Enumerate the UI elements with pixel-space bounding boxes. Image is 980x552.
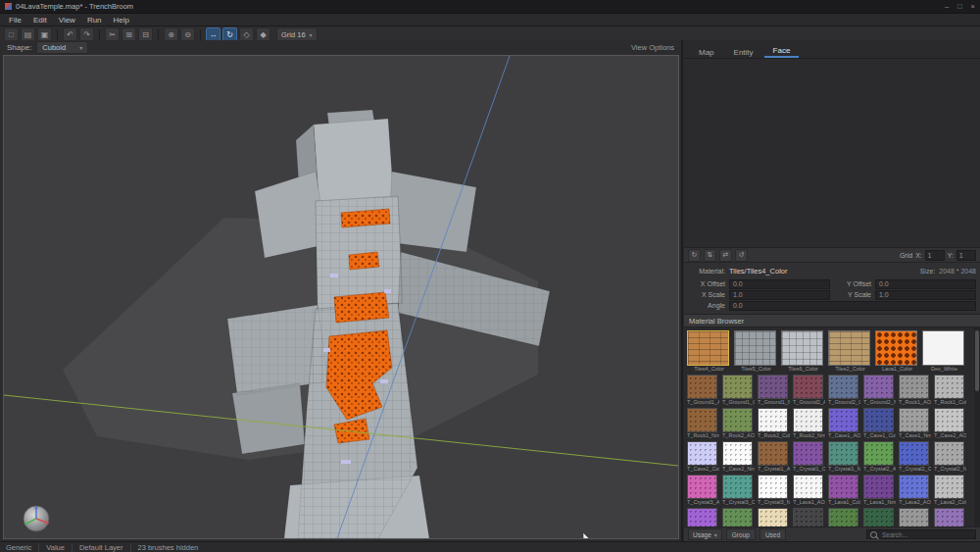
material-tile[interactable]: T_Cave1_Color <box>863 408 896 439</box>
material-tile[interactable]: T_Rock2_Nrm <box>793 408 825 439</box>
material-tile[interactable]: Tiles5_Color <box>734 330 778 373</box>
material-tile[interactable]: T_Crystal2_AO <box>863 441 896 473</box>
used-toggle[interactable]: Used <box>760 528 786 540</box>
material-tile[interactable]: T_Moss2_AO <box>828 508 860 527</box>
x-offset-label: X Offset <box>688 280 725 287</box>
material-tile[interactable]: T_Cave2_Color <box>687 441 719 473</box>
material-swatch <box>781 330 823 366</box>
close-button[interactable]: × <box>971 2 975 11</box>
material-tile[interactable]: T_Crystal2_Nrm <box>934 441 966 473</box>
material-tile[interactable]: T_Lava2_Color <box>934 475 966 506</box>
group-toggle[interactable]: Group <box>726 528 756 540</box>
view-options-button[interactable]: View Options <box>631 43 674 52</box>
orientation-gizmo[interactable] <box>24 506 49 531</box>
material-tile[interactable]: Tiles2_Color <box>828 330 872 373</box>
material-tile[interactable]: T_Lava1_AO <box>793 475 825 506</box>
material-swatch <box>828 408 858 432</box>
material-tile[interactable]: T_Ground1_Nrm <box>758 375 790 406</box>
uv-flip-v-icon[interactable]: ⇅ <box>704 249 716 262</box>
material-swatch <box>828 330 870 366</box>
material-tile[interactable]: T_Rock2_AO <box>722 408 755 439</box>
maximize-button[interactable]: □ <box>957 2 962 11</box>
shape-dropdown[interactable]: Cuboid ▾ <box>36 41 88 54</box>
material-tile[interactable]: T_Ground1_Color <box>722 375 755 406</box>
material-swatch <box>722 441 753 466</box>
material-tile[interactable]: T_Crystal1_Nrm <box>828 441 860 473</box>
tab-face[interactable]: Face <box>764 44 800 58</box>
attr-row: X Offset0.0Y Offset0.0 <box>688 278 976 289</box>
menu-run[interactable]: Run <box>81 16 108 25</box>
material-tile-label: T_Rock2_Nrm <box>793 432 825 439</box>
material-tile[interactable]: T_Tiles1_AO <box>934 508 966 527</box>
uv-reset-icon[interactable]: ↺ <box>735 249 748 262</box>
material-swatch <box>899 441 929 466</box>
material-tile[interactable]: T_Crystal1_AO <box>758 441 790 473</box>
tab-entity[interactable]: Entity <box>725 46 762 58</box>
material-swatch <box>863 475 894 499</box>
material-tile[interactable]: T_Crystal3_Nrm <box>758 475 790 506</box>
material-tile[interactable]: T_Ground2_AO <box>793 375 825 406</box>
size-value: 2048 * 2048 <box>939 268 976 275</box>
material-tile[interactable]: T_Moss2_Nrm <box>899 508 931 527</box>
material-tile[interactable]: T_Moss1_Color <box>758 508 790 527</box>
material-tile[interactable]: T_Crystal2_Color <box>899 441 931 473</box>
material-tile[interactable]: T_Cave1_AO <box>828 408 860 439</box>
menu-help[interactable]: Help <box>108 16 135 25</box>
material-tile[interactable]: T_Moss1_AO <box>722 508 755 527</box>
tab-map[interactable]: Map <box>690 46 723 58</box>
material-tile[interactable]: Lava1_Color <box>875 330 919 373</box>
viewport-canvas[interactable] <box>4 56 678 538</box>
material-tile[interactable]: T_Crystal3_AO <box>687 475 719 506</box>
material-tile-label: T_Lava1_AO <box>793 499 825 506</box>
uv-grid-y-input[interactable]: 1 <box>956 250 976 261</box>
grid-size-dropdown[interactable]: Grid 16▾ <box>276 27 318 41</box>
size-label: Size: <box>920 268 936 275</box>
uv-grid-x-input[interactable]: 1 <box>925 250 945 261</box>
left-column: Shape: Cuboid ▾ View Options <box>0 40 681 541</box>
material-tile[interactable]: T_Ground1_AO <box>687 375 719 406</box>
material-tile-label: T_Cave1_Nrm <box>899 432 931 439</box>
scrollbar-thumb[interactable] <box>975 330 979 391</box>
material-tile[interactable]: T_Lava1_Color <box>828 475 860 506</box>
material-tile[interactable]: T_Rock2_Color <box>758 408 790 439</box>
material-tile[interactable]: T_Lava2_AO <box>899 475 931 506</box>
material-tile[interactable]: T_Cave2_AO <box>934 408 966 439</box>
material-search[interactable] <box>866 529 976 539</box>
angle-field[interactable]: 0.0 <box>729 301 976 311</box>
y-offset-field[interactable]: 0.0 <box>875 279 976 289</box>
material-tile[interactable]: T_Crystal3_Color <box>722 475 755 506</box>
menu-file[interactable]: File <box>3 16 27 25</box>
material-tile[interactable]: T_Lava1_Nrm <box>863 475 896 506</box>
x-offset-field[interactable]: 0.0 <box>729 279 830 289</box>
material-tile[interactable]: Tiles4_Color <box>687 330 731 373</box>
uv-flip-h-icon[interactable]: ⇄ <box>719 249 732 262</box>
material-tile[interactable]: T_Ground2_Nrm <box>863 375 896 406</box>
material-browser-scrollbar[interactable] <box>974 327 980 527</box>
material-tile[interactable]: T_Crystal1_Color <box>793 441 825 473</box>
shape-dropdown-value: Cuboid <box>42 43 66 52</box>
y-scale-field[interactable]: 1.0 <box>875 290 976 300</box>
material-tile[interactable]: T_Ground2_Color <box>828 375 860 406</box>
3d-viewport[interactable] <box>3 55 679 539</box>
menu-edit[interactable]: Edit <box>27 16 53 25</box>
featured-material-row: Tiles4_ColorTiles5_ColorTiles6_ColorTile… <box>687 330 972 373</box>
usage-dropdown[interactable]: Usage ▾ <box>688 528 722 540</box>
material-tile[interactable]: T_Rock1_AO <box>899 375 931 406</box>
material-tile[interactable]: T_Rock1_Color <box>934 375 966 406</box>
minimize-button[interactable]: – <box>945 2 949 11</box>
material-search-input[interactable] <box>880 530 972 539</box>
material-tile[interactable]: T_Cave1_Nrm <box>899 408 931 439</box>
material-tile[interactable]: T_Lava2_Nrm <box>687 508 719 527</box>
material-tile[interactable]: Dev_White <box>922 330 966 373</box>
material-tile[interactable]: T_Rock1_Nrm <box>687 408 719 439</box>
uv-rotate-icon[interactable]: ↻ <box>688 249 701 262</box>
status-bar: GenericValueDefault Layer23 brushes hidd… <box>0 541 980 552</box>
material-tile[interactable]: Tiles6_Color <box>781 330 825 373</box>
material-tile[interactable]: T_Moss2_Color <box>863 508 896 527</box>
x-scale-field[interactable]: 1.0 <box>729 290 830 300</box>
material-tile[interactable]: T_Cave2_Nrm <box>722 441 755 473</box>
menu-view[interactable]: View <box>53 16 81 25</box>
material-swatch <box>687 408 717 432</box>
uv-editor[interactable] <box>684 59 980 248</box>
material-tile[interactable]: T_Moss1_Nrm <box>793 508 825 527</box>
